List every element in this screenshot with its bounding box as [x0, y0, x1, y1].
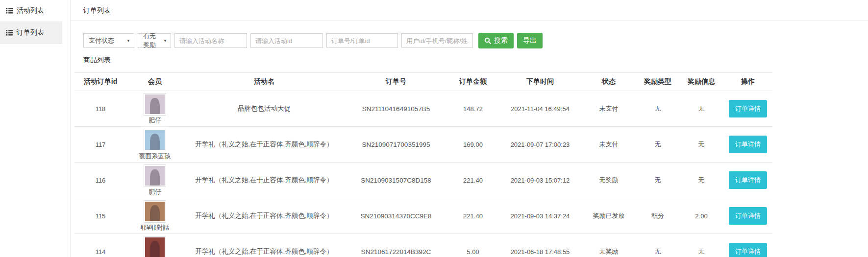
- member-avatar: [144, 129, 166, 151]
- order-no-cell: SN21090314370CC9E8: [345, 198, 447, 234]
- reward-type-cell: 无: [636, 163, 679, 198]
- reward-type-cell: 积分: [636, 198, 679, 234]
- member-cell: carrot: [126, 234, 183, 257]
- order-id-cell: 116: [74, 163, 126, 198]
- member-avatar: [144, 93, 166, 116]
- filter-bar: 支付状态 ▼ 有无奖励 ▼ 搜索 导出: [83, 33, 868, 48]
- status-cell: 未支付: [581, 91, 636, 127]
- search-button[interactable]: 搜索: [478, 33, 514, 48]
- table-header-row: 活动订单id 会员 活动名 订单号 订单金额 下单时间 状态 奖励类型 奖励信息…: [74, 73, 772, 91]
- order-no-cell: SN21061722014B392C: [345, 234, 447, 257]
- orders-table-wrap: 活动订单id 会员 活动名 订单号 订单金额 下单时间 状态 奖励类型 奖励信息…: [74, 72, 765, 257]
- reward-type-cell: 无: [636, 234, 679, 257]
- search-icon: [484, 37, 492, 45]
- status-cell: 奖励已发放: [581, 198, 636, 234]
- actions-cell: 订单详情: [723, 163, 772, 198]
- order-id-cell: 117: [74, 127, 126, 163]
- amount-cell: 221.40: [447, 198, 499, 234]
- status-cell: 无奖励: [581, 234, 636, 257]
- col-header-actions: 操作: [723, 73, 772, 91]
- order-detail-button[interactable]: 订单详情: [729, 136, 767, 153]
- member-name: 肥仔: [149, 117, 161, 124]
- table-row: 116 肥仔 开学礼（礼义之始,在于正容体,齐颜色,顺辞令） SN2109031…: [74, 163, 772, 198]
- actions-cell: 订单详情: [723, 127, 772, 163]
- order-detail-button[interactable]: 订单详情: [729, 207, 767, 225]
- reward-info-cell: 无: [679, 91, 723, 127]
- activity-name-cell: 品牌包包活动大促: [183, 91, 345, 127]
- pay-status-select[interactable]: 支付状态 ▼: [83, 33, 134, 48]
- table-row: 114 carrot 开学礼（礼义之始,在于正容体,齐颜色,顺辞令） SN210…: [74, 234, 772, 257]
- activity-name-cell: 开学礼（礼义之始,在于正容体,齐颜色,顺辞令）: [183, 198, 345, 234]
- main-panel: 订单列表 支付状态 ▼ 有无奖励 ▼ 搜索 导出 商品列表: [71, 0, 868, 257]
- amount-cell: 221.40: [447, 163, 499, 198]
- member-cell: 肥仔: [126, 163, 183, 198]
- order-id-cell: 118: [74, 91, 126, 127]
- order-id-cell: 114: [74, 234, 126, 257]
- section-label-goods-list: 商品列表: [83, 56, 868, 65]
- export-button-label: 导出: [523, 36, 537, 45]
- sidebar: 活动列表 订单列表: [0, 0, 62, 257]
- order-no-input[interactable]: [326, 33, 398, 48]
- col-header-member: 会员: [126, 73, 183, 91]
- sidebar-item-label: 订单列表: [17, 28, 44, 37]
- reward-select[interactable]: 有无奖励 ▼: [138, 33, 171, 48]
- table-row: 117 覆面系蓝孩 开学礼（礼义之始,在于正容体,齐颜色,顺辞令） SN2109…: [74, 127, 772, 163]
- order-detail-button[interactable]: 订单详情: [729, 100, 767, 117]
- chevron-down-icon: ▼: [163, 39, 167, 43]
- col-header-order-no: 订单号: [345, 73, 447, 91]
- sidebar-item-order-list[interactable]: 订单列表: [0, 22, 62, 44]
- member-avatar: [144, 164, 166, 187]
- reward-type-cell: 无: [636, 127, 679, 163]
- table-row: 118 肥仔 品牌包包活动大促 SN21110416491057B5 148.7…: [74, 91, 772, 127]
- order-time-cell: 2021-09-03 14:37:24: [499, 198, 581, 234]
- activity-name-cell: 开学礼（礼义之始,在于正容体,齐颜色,顺辞令）: [183, 163, 345, 198]
- table-row: 115 耶¥耶對話 开学礼（礼义之始,在于正容体,齐颜色,顺辞令） SN2109…: [74, 198, 772, 234]
- amount-cell: 5.00: [447, 234, 499, 257]
- member-cell: 肥仔: [126, 91, 183, 127]
- col-header-time: 下单时间: [499, 73, 581, 91]
- reward-info-cell: 无: [679, 163, 723, 198]
- col-header-order-id: 活动订单id: [74, 73, 126, 91]
- activity-name-cell: 开学礼（礼义之始,在于正容体,齐颜色,顺辞令）: [183, 234, 345, 257]
- col-header-activity: 活动名: [183, 73, 345, 91]
- col-header-amount: 订单金额: [447, 73, 499, 91]
- reward-type-cell: 无: [636, 91, 679, 127]
- order-time-cell: 2021-09-07 17:00:23: [499, 127, 581, 163]
- order-detail-button[interactable]: 订单详情: [729, 243, 767, 257]
- user-input[interactable]: [401, 33, 473, 48]
- amount-cell: 148.72: [447, 91, 499, 127]
- sidebar-item-label: 活动列表: [17, 6, 44, 15]
- list-icon: [6, 30, 13, 36]
- order-no-cell: SN21110416491057B5: [345, 91, 447, 127]
- actions-cell: 订单详情: [723, 91, 772, 127]
- col-header-reward-info: 奖励信息: [679, 73, 723, 91]
- member-name: 耶¥耶對話: [140, 224, 169, 232]
- order-detail-button[interactable]: 订单详情: [729, 171, 767, 189]
- actions-cell: 订单详情: [723, 234, 772, 257]
- member-name: 覆面系蓝孩: [139, 152, 171, 160]
- activity-id-input[interactable]: [250, 33, 323, 48]
- sidebar-item-activity-list[interactable]: 活动列表: [0, 0, 62, 22]
- activity-name-input[interactable]: [174, 33, 247, 48]
- order-id-cell: 115: [74, 198, 126, 234]
- pay-status-select-value: 支付状态: [89, 36, 114, 45]
- member-avatar: [144, 236, 166, 257]
- reward-info-cell: 2.00: [679, 198, 723, 234]
- order-time-cell: 2021-09-03 15:07:12: [499, 163, 581, 198]
- chevron-down-icon: ▼: [126, 39, 130, 43]
- reward-select-value: 有无奖励: [143, 32, 160, 49]
- member-avatar: [144, 200, 166, 223]
- reward-info-cell: 无: [679, 127, 723, 163]
- member-cell: 覆面系蓝孩: [126, 127, 183, 163]
- order-time-cell: 2021-06-18 17:48:55: [499, 234, 581, 257]
- export-button[interactable]: 导出: [517, 33, 543, 48]
- list-icon: [6, 8, 13, 14]
- tab-bar: 订单列表: [71, 0, 868, 21]
- status-cell: 未支付: [581, 127, 636, 163]
- member-name: 肥仔: [149, 188, 161, 196]
- orders-table: 活动订单id 会员 活动名 订单号 订单金额 下单时间 状态 奖励类型 奖励信息…: [74, 72, 772, 257]
- order-no-cell: SN2109031507C8D158: [345, 163, 447, 198]
- amount-cell: 169.00: [447, 127, 499, 163]
- status-cell: 无奖励: [581, 163, 636, 198]
- col-header-status: 状态: [581, 73, 636, 91]
